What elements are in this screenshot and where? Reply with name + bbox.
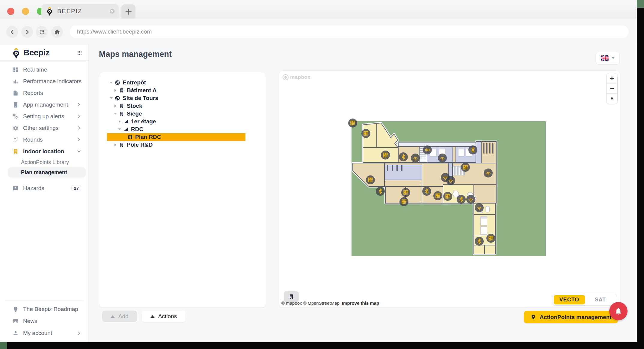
actionpoint-marker-bt[interactable]: [475, 237, 484, 246]
tree-node-batiment-a[interactable]: Bâtiment A: [107, 87, 245, 94]
actionpoint-marker-qr[interactable]: [486, 234, 495, 243]
map-zoom-controls: + −: [606, 73, 618, 104]
sidebar-item-rounds[interactable]: Rounds: [0, 134, 88, 145]
sidebar-item-other-settings[interactable]: Other settings: [0, 122, 88, 134]
actionpoint-marker-bt[interactable]: [376, 187, 385, 196]
sidebar-item-reports[interactable]: Reports: [0, 87, 88, 99]
close-tab-icon[interactable]: [109, 8, 115, 14]
sidebar-header: Beepiz: [0, 45, 88, 61]
tree-node-rdc[interactable]: RDC: [107, 125, 245, 133]
building-icon: [13, 148, 19, 154]
sidebar-item-actionpoints-library[interactable]: ActionPoints Library: [8, 157, 86, 167]
improve-map-link[interactable]: Improve this map: [342, 301, 379, 306]
sidebar-item-setting-up-alerts[interactable]: Setting up alerts: [0, 110, 88, 122]
minimize-window-button[interactable]: [22, 8, 29, 15]
sat-toggle[interactable]: SAT: [585, 295, 616, 304]
sidebar-item-plan-management[interactable]: Plan management: [8, 167, 86, 177]
bulb-icon: [13, 306, 19, 312]
triangle-up-icon: [111, 315, 115, 318]
actionpoint-marker-qr[interactable]: [401, 188, 410, 197]
tree-node-plan-rdc[interactable]: Plan RDC: [107, 133, 245, 141]
actionpoint-marker-qr[interactable]: [461, 163, 470, 172]
url-bar[interactable]: https://www.client.beepiz.com: [70, 25, 629, 38]
home-button[interactable]: [51, 26, 63, 38]
tree-caret-down[interactable]: [109, 82, 114, 84]
sidebar-item-label: Rounds: [23, 136, 77, 143]
actionpoint-marker-qr[interactable]: [348, 119, 357, 128]
building-icon: [288, 294, 294, 300]
actionpoint-marker-bt[interactable]: [457, 195, 466, 204]
actionpoint-marker-wifi[interactable]: [475, 203, 484, 212]
news-icon: [13, 318, 19, 324]
tree-node-1er-etage[interactable]: 1er étage: [107, 118, 245, 125]
actionpoint-marker-wifi[interactable]: [484, 169, 493, 177]
sidebar-item-app-management[interactable]: App management: [0, 99, 88, 110]
tree-caret-down[interactable]: [109, 97, 114, 99]
tree-node-entrepot[interactable]: Entrepôt: [107, 79, 245, 87]
tree-node-label: Pôle R&D: [127, 142, 153, 148]
actionpoint-marker-qr[interactable]: [399, 197, 408, 206]
chart-icon: [13, 78, 19, 84]
sidebar-item-real-time[interactable]: Real time: [0, 64, 88, 75]
back-button[interactable]: [6, 26, 18, 38]
browser-tab[interactable]: BEEPIZ: [41, 4, 119, 19]
language-button[interactable]: [596, 52, 620, 64]
tree-caret-right[interactable]: [113, 89, 118, 92]
zoom-out-button[interactable]: −: [607, 84, 617, 94]
sidebar-item-label: Plan management: [21, 169, 67, 176]
tree-node-label: Site de Tours: [123, 95, 158, 101]
url-text: https://www.client.beepiz.com: [77, 28, 152, 35]
close-window-button[interactable]: [7, 8, 14, 15]
chevron-down-icon: [612, 57, 615, 59]
realtime-icon: [13, 67, 19, 73]
actionpoint-marker-bt[interactable]: [468, 145, 477, 154]
sidebar-item-indoor-location[interactable]: Indoor location: [0, 145, 88, 157]
tree-caret-down[interactable]: [113, 113, 118, 115]
actionpoint-marker-wifi[interactable]: [438, 154, 447, 163]
sidebar-item-news[interactable]: News: [5, 315, 84, 327]
map-icon: [127, 134, 133, 140]
tree-node-pole-r-d[interactable]: Pôle R&D: [107, 141, 245, 149]
actions-button[interactable]: Actions: [142, 311, 185, 322]
tab-title: BEEPIZ: [57, 8, 109, 15]
tree-node-label: Entrepôt: [123, 79, 146, 86]
tree-caret-right[interactable]: [117, 120, 122, 123]
tree-caret-down[interactable]: [117, 128, 122, 130]
tree-node-label: Siège: [127, 110, 142, 117]
uk-flag-icon: [601, 55, 609, 61]
sidebar-item-my-account[interactable]: My account: [5, 327, 84, 339]
home-icon: [54, 29, 61, 35]
tree-caret-right[interactable]: [113, 104, 118, 107]
sidebar-item-hazards[interactable]: Hazards27: [0, 182, 88, 194]
forward-button[interactable]: [21, 26, 33, 38]
sidebar-item-performance-indicators[interactable]: Performance indicators: [0, 75, 88, 87]
actionpoint-marker-qr[interactable]: [433, 191, 442, 200]
actionpoints-management-button[interactable]: ActionPoints management: [524, 311, 618, 323]
notifications-button[interactable]: [609, 302, 628, 320]
zoom-in-button[interactable]: +: [607, 73, 617, 84]
actionpoint-marker-bt[interactable]: [422, 187, 431, 196]
tree-node-label: Plan RDC: [135, 134, 161, 140]
building-layer-button[interactable]: [284, 291, 299, 302]
actionpoint-marker-qr[interactable]: [381, 151, 390, 160]
compass-button[interactable]: [607, 94, 617, 104]
tree-node-site-de-tours[interactable]: Site de Tours: [107, 94, 245, 102]
actionpoint-marker-qr[interactable]: [361, 129, 370, 138]
reload-button[interactable]: [36, 26, 48, 38]
new-tab-button[interactable]: [121, 4, 135, 19]
actionpoint-marker-wifi[interactable]: [466, 195, 475, 204]
actionpoint-marker-qr[interactable]: [366, 175, 375, 184]
tree-node-stock[interactable]: Stock: [107, 102, 245, 110]
sidebar-item-the-beepiz-roadmap[interactable]: The Beepiz Roadmap: [5, 303, 84, 315]
app-grid-icon[interactable]: [77, 50, 82, 56]
vecto-toggle[interactable]: VECTO: [554, 295, 585, 304]
actionpoint-marker-nfc[interactable]: [423, 145, 432, 154]
actionpoint-marker-bt[interactable]: [399, 152, 408, 161]
actionpoint-marker-qr[interactable]: [443, 192, 452, 201]
floor-plan-map[interactable]: [352, 121, 546, 256]
actionpoint-marker-wifi[interactable]: [446, 176, 455, 185]
tree-node-siege[interactable]: Siège: [107, 110, 245, 118]
actionpoint-marker-wifi[interactable]: [411, 154, 420, 163]
add-button[interactable]: Add: [102, 311, 137, 322]
tree-caret-right[interactable]: [113, 143, 118, 146]
